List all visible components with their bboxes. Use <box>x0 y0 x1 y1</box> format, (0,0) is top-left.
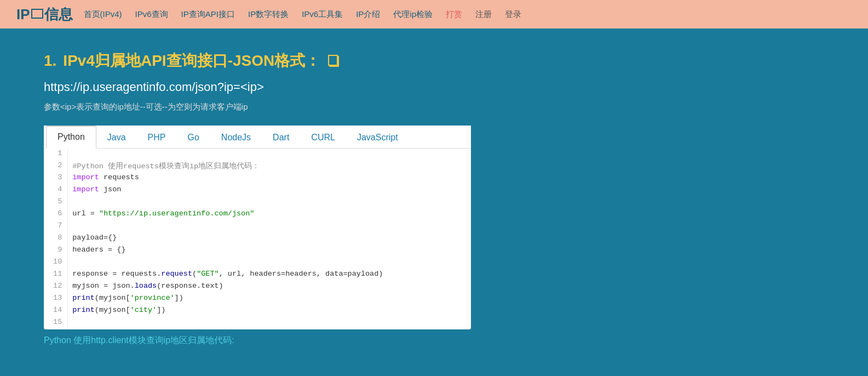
line-num-3: 3 <box>44 173 68 185</box>
table-row: 2 #Python 使用requests模块查询ip地区归属地代码： <box>44 161 471 173</box>
code-line-13: print(myjson['province']) <box>68 293 471 305</box>
tab-dart[interactable]: Dart <box>262 127 300 148</box>
brand: IP 信息 <box>16 5 73 24</box>
code-line-2: #Python 使用requests模块查询ip地区归属地代码： <box>68 161 471 173</box>
nav-home[interactable]: 首页(IPv4) <box>84 9 122 19</box>
line-num-4: 4 <box>44 185 68 197</box>
table-row: 14 print(myjson['city']) <box>44 305 471 317</box>
table-row: 11 response = requests.request("GET", ur… <box>44 269 471 281</box>
code-line-3: import requests <box>68 173 471 185</box>
code-line-10 <box>68 257 471 269</box>
nav-links: 首页(IPv4) IPv6查询 IP查询API接口 IP数字转换 IPv6工具集… <box>84 9 521 20</box>
line-num-13: 13 <box>44 293 68 305</box>
table-row: 4 import json <box>44 185 471 197</box>
footer-hint: Python 使用http.client模块查询ip地区归属地代码: <box>44 335 824 346</box>
code-line-6: url = "https://ip.useragentinfo.com/json… <box>68 209 471 221</box>
tab-go[interactable]: Go <box>177 127 210 148</box>
line-num-11: 11 <box>44 269 68 281</box>
brand-text: IP <box>16 6 30 23</box>
line-num-8: 8 <box>44 233 68 245</box>
section-title-text: IPv4归属地API查询接口-JSON格式： <box>63 50 320 71</box>
table-row: 3 import requests <box>44 173 471 185</box>
copy-icon[interactable] <box>327 55 339 67</box>
table-row: 15 <box>44 317 471 329</box>
line-num-10: 10 <box>44 257 68 269</box>
table-row: 1 <box>44 149 471 161</box>
code-line-4: import json <box>68 185 471 197</box>
nav-login[interactable]: 登录 <box>505 9 521 19</box>
api-url: https://ip.useragentinfo.com/json?ip=<ip… <box>44 80 824 94</box>
section-title: 1. IPv4归属地API查询接口-JSON格式： <box>44 50 824 71</box>
code-line-5 <box>68 197 471 209</box>
nav-numconv[interactable]: IP数字转换 <box>248 9 289 19</box>
code-line-11: response = requests.request("GET", url, … <box>68 269 471 281</box>
line-num-14: 14 <box>44 305 68 317</box>
tab-java[interactable]: Java <box>96 127 137 148</box>
nav-proxycheck[interactable]: 代理ip检验 <box>393 9 433 19</box>
code-line-14: print(myjson['city']) <box>68 305 471 317</box>
brand-text2: 信息 <box>44 5 73 24</box>
table-row: 5 <box>44 197 471 209</box>
code-line-8: payload={} <box>68 233 471 245</box>
line-num-7: 7 <box>44 221 68 233</box>
table-row: 6 url = "https://ip.useragentinfo.com/js… <box>44 209 471 221</box>
nav-ipv6tools[interactable]: IPv6工具集 <box>302 9 343 19</box>
tab-php[interactable]: PHP <box>137 127 177 148</box>
table-row: 8 payload={} <box>44 233 471 245</box>
table-row: 10 <box>44 257 471 269</box>
nav-reward[interactable]: 打赏 <box>446 9 462 19</box>
tab-nodejs[interactable]: NodeJs <box>210 127 262 148</box>
tab-javascript[interactable]: JavaScript <box>346 127 409 148</box>
line-num-6: 6 <box>44 209 68 221</box>
tab-python[interactable]: Python <box>46 126 96 149</box>
table-row: 13 print(myjson['province']) <box>44 293 471 305</box>
code-line-9: headers = {} <box>68 245 471 257</box>
line-num-5: 5 <box>44 197 68 209</box>
code-line-1 <box>68 149 471 161</box>
section-number: 1. <box>44 52 56 70</box>
code-line-15 <box>68 317 471 329</box>
table-row: 12 myjson = json.loads(response.text) <box>44 281 471 293</box>
nav-ipv6query[interactable]: IPv6查询 <box>135 9 168 19</box>
nav-apiquery[interactable]: IP查询API接口 <box>181 9 235 19</box>
code-block: 1 2 #Python 使用requests模块查询ip地区归属地代码： 3 i… <box>44 149 471 329</box>
nav-register[interactable]: 注册 <box>475 9 492 19</box>
line-num-1: 1 <box>44 149 68 161</box>
line-num-2: 2 <box>44 161 68 173</box>
nav-ipintro[interactable]: IP介绍 <box>356 9 380 19</box>
main-content: 1. IPv4归属地API查询接口-JSON格式： https://ip.use… <box>0 29 868 363</box>
brand-icon <box>31 9 43 19</box>
tab-curl[interactable]: CURL <box>300 127 346 148</box>
tabs-header: Python Java PHP Go NodeJs Dart CURL Java… <box>44 126 471 149</box>
code-line-7 <box>68 221 471 233</box>
code-line-12: myjson = json.loads(response.text) <box>68 281 471 293</box>
code-table: 1 2 #Python 使用requests模块查询ip地区归属地代码： 3 i… <box>44 149 471 329</box>
line-num-15: 15 <box>44 317 68 329</box>
navbar: IP 信息 首页(IPv4) IPv6查询 IP查询API接口 IP数字转换 I… <box>0 0 868 29</box>
api-desc: 参数<ip>表示查询的ip地址--可选--为空则为请求客户端ip <box>44 102 824 112</box>
table-row: 9 headers = {} <box>44 245 471 257</box>
line-num-12: 12 <box>44 281 68 293</box>
code-tabs-container: Python Java PHP Go NodeJs Dart CURL Java… <box>44 126 471 329</box>
line-num-9: 9 <box>44 245 68 257</box>
table-row: 7 <box>44 221 471 233</box>
